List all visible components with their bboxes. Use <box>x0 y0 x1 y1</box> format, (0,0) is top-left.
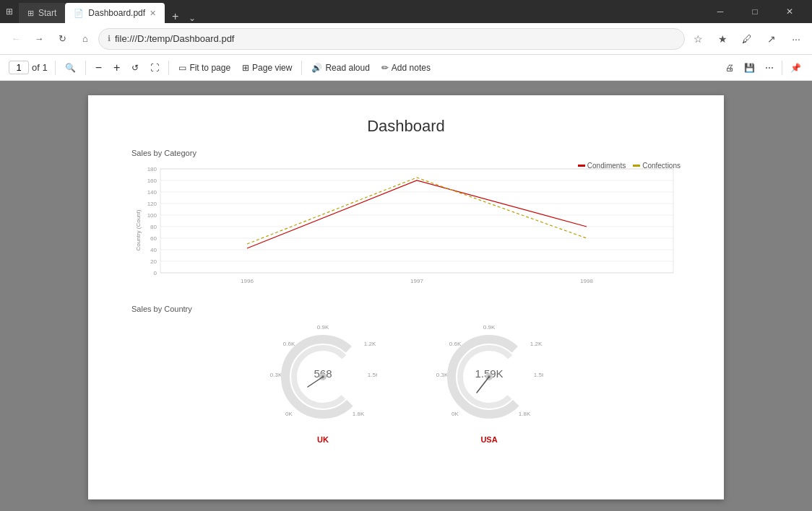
svg-text:1997: 1997 <box>410 278 423 284</box>
gauge-usa-svg: 0.9K 0.6K 0.3K 1.2K 1.5K 0K 1.8K 1.59K <box>435 320 543 432</box>
svg-text:180: 180 <box>147 166 157 172</box>
y-axis-label: Country (Count) <box>135 209 142 250</box>
browser-icon: ⊞ <box>6 6 13 17</box>
separator-5 <box>782 61 782 75</box>
toolbar-right: 🖨 💾 ⋯ 📌 <box>720 60 806 76</box>
gauge-uk-label: UK <box>317 435 329 444</box>
start-tab-label: Start <box>38 8 56 18</box>
zoom-out-icon: − <box>95 61 102 74</box>
svg-text:140: 140 <box>147 189 157 196</box>
line-chart-area: Sales by Category Condiments Confections <box>131 149 681 290</box>
pdf-page: Dashboard Sales by Category Condiments C… <box>88 95 724 499</box>
add-notes-label: Add notes <box>392 63 431 73</box>
back-button[interactable]: ← <box>6 29 26 49</box>
save-button[interactable]: 💾 <box>739 60 760 76</box>
svg-text:0K: 0K <box>452 411 459 417</box>
confections-line <box>247 178 587 244</box>
gauge-uk: 0.9K 0.6K 0.3K 1.2K 1.5K 0K 1.8K 568 <box>269 320 377 444</box>
svg-text:1.2K: 1.2K <box>530 341 543 347</box>
title-bar: ⊞ ⊞ Start 📄 Dashboard.pdf ✕ + ⌄ ─ □ ✕ <box>0 0 812 23</box>
dashboard-title: Dashboard <box>131 117 681 136</box>
svg-text:1996: 1996 <box>241 278 254 284</box>
address-bar-right: ☆ ★ 🖊 ↗ ··· <box>688 29 806 49</box>
fullscreen-button[interactable]: ⛶ <box>145 60 164 76</box>
tab-dropdown[interactable]: ⌄ <box>186 13 199 23</box>
maximize-button[interactable]: □ <box>738 0 772 23</box>
tab-pdf[interactable]: 📄 Dashboard.pdf ✕ <box>65 3 165 23</box>
svg-text:0.6K: 0.6K <box>449 341 462 347</box>
read-aloud-icon: 🔊 <box>311 63 322 73</box>
share-button[interactable]: ↗ <box>761 29 782 49</box>
new-tab-button[interactable]: + <box>165 10 186 23</box>
separator-4 <box>301 61 302 75</box>
reset-zoom-icon: ↺ <box>131 63 139 73</box>
tab-close-button[interactable]: ✕ <box>150 9 156 18</box>
svg-text:160: 160 <box>147 178 157 184</box>
forward-button[interactable]: → <box>29 29 49 49</box>
gauge-chart-area: Sales by Country 0.9K 0.6K 0.3K 1.2K 1.5… <box>131 305 681 444</box>
title-bar-left: ⊞ <box>0 6 19 17</box>
line-chart-title: Sales by Category <box>131 149 681 157</box>
page-number-input[interactable] <box>9 61 29 74</box>
address-input-wrap[interactable]: ℹ file:///D:/temp/Dashboard.pdf <box>98 28 685 50</box>
page-total: of 1 <box>32 62 48 73</box>
legend-confections: Confections <box>633 162 681 170</box>
svg-text:1998: 1998 <box>580 278 593 284</box>
window-controls: ─ □ ✕ <box>698 0 812 23</box>
add-notes-icon: ✏ <box>381 63 389 73</box>
svg-text:1.2K: 1.2K <box>364 341 376 347</box>
collections-button[interactable]: ★ <box>712 29 733 49</box>
zoom-in-icon: + <box>113 61 120 74</box>
line-chart-svg: Country (Count) 180 160 140 120 100 80 6… <box>131 162 681 288</box>
svg-text:1.5K: 1.5K <box>368 372 377 378</box>
minimize-button[interactable]: ─ <box>704 0 737 23</box>
svg-text:80: 80 <box>150 224 157 230</box>
more-button[interactable]: ⋯ <box>760 60 779 76</box>
separator-3 <box>168 61 169 75</box>
legend-condiments: Condiments <box>578 162 626 170</box>
svg-text:0K: 0K <box>285 411 293 417</box>
tab-start[interactable]: ⊞ Start <box>19 3 65 23</box>
svg-rect-23 <box>160 169 673 273</box>
separator-2 <box>85 61 86 75</box>
address-bar: ← → ↻ ⌂ ℹ file:///D:/temp/Dashboard.pdf … <box>0 23 812 55</box>
svg-text:0: 0 <box>154 270 157 276</box>
gauge-usa: 0.9K 0.6K 0.3K 1.2K 1.5K 0K 1.8K 1.59K <box>435 320 543 444</box>
legend-condiments-label: Condiments <box>587 162 626 170</box>
pdf-tab-icon: 📄 <box>74 9 84 18</box>
pdf-viewer: Dashboard Sales by Category Condiments C… <box>0 81 812 511</box>
add-notes-button[interactable]: ✏ Add notes <box>376 60 436 76</box>
search-button[interactable]: 🔍 <box>60 60 81 76</box>
read-aloud-label: Read aloud <box>325 63 369 73</box>
read-aloud-button[interactable]: 🔊 Read aloud <box>306 60 374 76</box>
page-view-button[interactable]: ⊞ Page view <box>237 60 297 76</box>
reset-zoom-button[interactable]: ↺ <box>126 60 144 76</box>
svg-text:0.9K: 0.9K <box>317 324 329 331</box>
address-text: file:///D:/temp/Dashboard.pdf <box>115 33 675 44</box>
legend-confections-color <box>633 165 640 167</box>
favorites-button[interactable]: ☆ <box>688 29 708 49</box>
legend-confections-label: Confections <box>642 162 681 170</box>
close-button[interactable]: ✕ <box>773 0 806 23</box>
svg-text:0.3K: 0.3K <box>270 372 282 378</box>
tabs-container: ⊞ Start 📄 Dashboard.pdf ✕ + ⌄ <box>19 0 698 23</box>
print-button[interactable]: 🖨 <box>720 60 739 76</box>
refresh-button[interactable]: ↻ <box>52 29 72 49</box>
gauges-row: 0.9K 0.6K 0.3K 1.2K 1.5K 0K 1.8K 568 <box>131 320 681 444</box>
fit-to-page-label: Fit to page <box>189 63 230 73</box>
line-chart-wrapper: Condiments Confections Country (Count) 1… <box>131 162 681 290</box>
pdf-toolbar: of 1 🔍 − + ↺ ⛶ ▭ Fit to page ⊞ Page view… <box>0 55 812 81</box>
pen-button[interactable]: 🖊 <box>737 29 757 49</box>
fit-to-page-button[interactable]: ▭ Fit to page <box>173 60 236 76</box>
svg-text:1.8K: 1.8K <box>353 411 365 417</box>
zoom-out-button[interactable]: − <box>90 58 107 77</box>
zoom-in-button[interactable]: + <box>108 58 125 77</box>
pin-button[interactable]: 📌 <box>785 60 806 76</box>
pdf-tab-label: Dashboard.pdf <box>88 8 145 18</box>
svg-text:40: 40 <box>150 247 157 253</box>
home-button[interactable]: ⌂ <box>75 29 95 49</box>
fit-page-icon: ▭ <box>178 63 186 73</box>
settings-button[interactable]: ··· <box>786 29 806 49</box>
search-icon: 🔍 <box>65 63 76 73</box>
svg-text:0.9K: 0.9K <box>483 324 496 331</box>
